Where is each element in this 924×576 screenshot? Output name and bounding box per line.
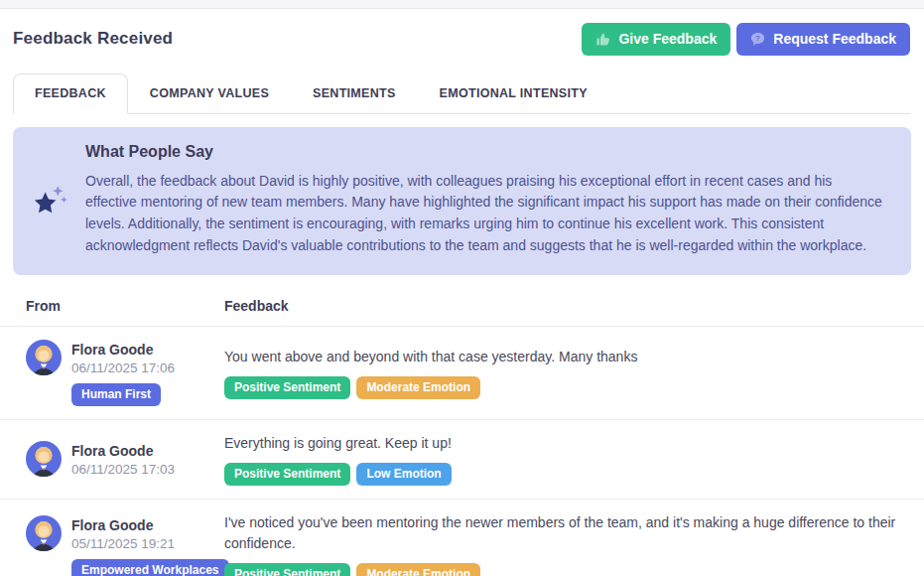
low-emotion-badge: Low Emotion xyxy=(356,463,451,486)
request-feedback-label: Request Feedback xyxy=(773,31,896,48)
question-bubble-icon: ? xyxy=(750,32,765,47)
from-cell: Flora Goode06/11/2025 17:06Human First xyxy=(13,340,218,406)
page-title: Feedback Received xyxy=(13,29,173,49)
positive-sentiment-badge: Positive Sentiment xyxy=(224,376,350,399)
person-name: Flora Goode xyxy=(71,515,175,533)
summary-text: Overall, the feedback about David is hig… xyxy=(85,171,887,257)
from-cell: Flora Goode05/11/2025 19:21Empowered Wor… xyxy=(13,515,218,576)
request-feedback-button[interactable]: ? Request Feedback xyxy=(736,23,910,56)
person-name: Flora Goode xyxy=(71,441,175,459)
summary-title: What People Say xyxy=(85,143,887,161)
avatar xyxy=(26,340,62,375)
feedback-table: From Feedback Flora Goode06/11/2025 17:0… xyxy=(0,288,924,576)
company-value-badge: Human First xyxy=(71,383,161,406)
feedback-text: Everything is going great. Keep it up! xyxy=(224,433,901,454)
feedback-cell: I've noticed you've been mentoring the n… xyxy=(218,512,911,576)
column-header-from: From xyxy=(13,298,218,314)
person-name: Flora Goode xyxy=(71,340,175,358)
feedback-date: 06/11/2025 17:03 xyxy=(71,462,175,477)
tabs: FEEDBACKCOMPANY VALUESSENTIMENTSEMOTIONA… xyxy=(13,73,910,114)
summary-box: What People Say Overall, the feedback ab… xyxy=(13,127,911,275)
feedback-date: 06/11/2025 17:06 xyxy=(71,360,175,375)
moderate-emotion-badge: Moderate Emotion xyxy=(356,563,480,576)
avatar xyxy=(26,441,62,477)
tab-company-values[interactable]: COMPANY VALUES xyxy=(128,73,291,114)
summary-content: What People Say Overall, the feedback ab… xyxy=(85,143,887,257)
feedback-text: You went above and beyond with that case… xyxy=(224,347,901,367)
give-feedback-label: Give Feedback xyxy=(618,31,717,48)
company-value-badge: Empowered Workplaces xyxy=(71,559,229,576)
feedback-cell: You went above and beyond with that case… xyxy=(218,347,911,399)
header-actions: Give Feedback ? Request Feedback xyxy=(582,23,910,56)
feedback-cell: Everything is going great. Keep it up!Po… xyxy=(218,433,911,486)
positive-sentiment-badge: Positive Sentiment xyxy=(224,563,350,576)
page-header: Feedback Received Give Feedback ? Reques… xyxy=(0,9,924,68)
from-cell: Flora Goode06/11/2025 17:03 xyxy=(13,441,218,477)
feedback-table-body: Flora Goode06/11/2025 17:06Human FirstYo… xyxy=(0,327,924,576)
tab-sentiments[interactable]: SENTIMENTS xyxy=(291,73,418,114)
feedback-text: I've noticed you've been mentoring the n… xyxy=(224,512,901,554)
table-row: Flora Goode06/11/2025 17:06Human FirstYo… xyxy=(0,327,924,420)
svg-text:?: ? xyxy=(755,34,760,43)
tab-feedback[interactable]: FEEDBACK xyxy=(13,73,128,114)
feedback-date: 05/11/2025 19:21 xyxy=(71,536,175,551)
table-header: From Feedback xyxy=(0,288,924,327)
sparkle-star-icon xyxy=(27,179,72,220)
moderate-emotion-badge: Moderate Emotion xyxy=(356,376,480,399)
give-feedback-button[interactable]: Give Feedback xyxy=(582,23,730,56)
top-strip xyxy=(0,0,924,9)
table-row: Flora Goode05/11/2025 19:21Empowered Wor… xyxy=(0,500,924,576)
thumbs-up-icon xyxy=(595,32,610,47)
table-row: Flora Goode06/11/2025 17:03Everything is… xyxy=(0,420,924,500)
tab-emotional-intensity[interactable]: EMOTIONAL INTENSITY xyxy=(418,73,609,114)
avatar xyxy=(26,515,62,551)
column-header-feedback: Feedback xyxy=(218,298,911,314)
positive-sentiment-badge: Positive Sentiment xyxy=(224,463,350,486)
